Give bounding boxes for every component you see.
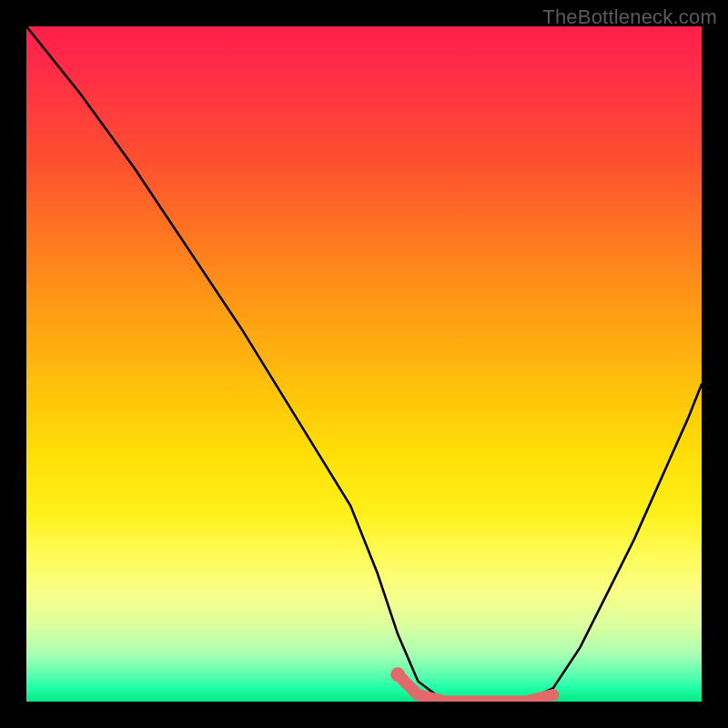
highlight-path bbox=[398, 674, 553, 702]
bottleneck-curve-line bbox=[26, 26, 702, 702]
highlight-segment-line bbox=[398, 674, 553, 702]
chart-svg bbox=[26, 26, 702, 702]
chart-frame: TheBottleneck.com bbox=[0, 0, 728, 728]
plot-area bbox=[26, 26, 702, 702]
watermark-text: TheBottleneck.com bbox=[542, 5, 717, 29]
highlight-dot bbox=[390, 667, 405, 682]
curve-path bbox=[26, 26, 702, 702]
